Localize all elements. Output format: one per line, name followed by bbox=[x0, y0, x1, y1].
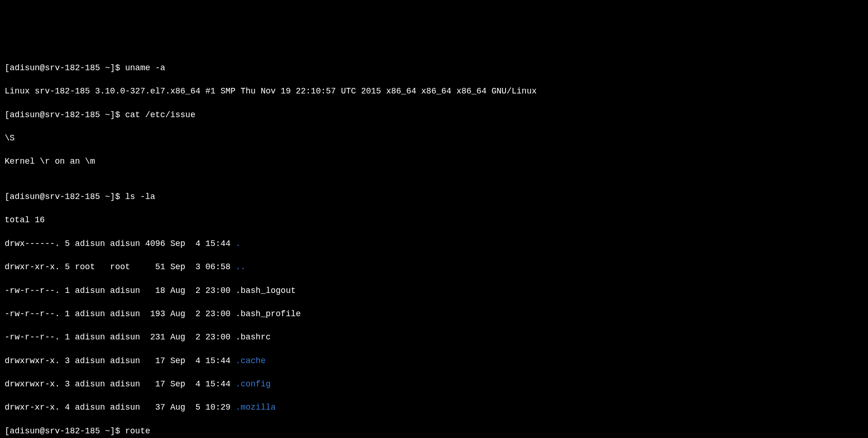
prompt-line-route: [adisun@srv-182-185 ~]$ route bbox=[5, 425, 863, 437]
ls-row-pre: drwxr-xr-x. 4 adisun adisun 37 Aug 5 10:… bbox=[5, 403, 236, 412]
ls-row-name: .bashrc bbox=[236, 332, 271, 342]
ls-row: drwx------. 5 adisun adisun 4096 Sep 4 1… bbox=[5, 238, 863, 250]
command-route: route bbox=[125, 426, 150, 436]
output-cat-issue-1: \S bbox=[5, 133, 863, 144]
prompt-line-cat-issue: [adisun@srv-182-185 ~]$ cat /etc/issue bbox=[5, 109, 863, 121]
ls-row: drwxr-xr-x. 4 adisun adisun 37 Aug 5 10:… bbox=[5, 402, 863, 413]
ls-row-pre: drwx------. 5 adisun adisun 4096 Sep 4 1… bbox=[5, 239, 236, 248]
output-cat-issue-2: Kernel \r on an \m bbox=[5, 156, 863, 167]
ls-row-pre: -rw-r--r--. 1 adisun adisun 231 Aug 2 23… bbox=[5, 332, 236, 342]
terminal[interactable]: [adisun@srv-182-185 ~]$ uname -a Linux s… bbox=[5, 51, 863, 438]
ls-row-pre: -rw-r--r--. 1 adisun adisun 18 Aug 2 23:… bbox=[5, 286, 236, 295]
ls-row-name: .config bbox=[236, 379, 271, 389]
ls-row-name: .. bbox=[236, 262, 246, 272]
ls-row: drwxr-xr-x. 5 root root 51 Sep 3 06:58 .… bbox=[5, 261, 863, 273]
command-ls-la: ls -la bbox=[125, 192, 155, 201]
ls-row-pre: -rw-r--r--. 1 adisun adisun 193 Aug 2 23… bbox=[5, 309, 236, 319]
ls-row-name: .mozilla bbox=[236, 403, 276, 412]
ls-row-pre: drwxr-xr-x. 5 root root 51 Sep 3 06:58 bbox=[5, 262, 236, 272]
ls-row: -rw-r--r--. 1 adisun adisun 231 Aug 2 23… bbox=[5, 332, 863, 343]
output-ls-total: total 16 bbox=[5, 214, 863, 226]
ls-row: -rw-r--r--. 1 adisun adisun 193 Aug 2 23… bbox=[5, 308, 863, 320]
ls-row-name: . bbox=[236, 239, 241, 248]
ls-row-name: .bash_logout bbox=[236, 286, 296, 295]
command-uname: uname -a bbox=[125, 63, 165, 73]
prompt-line-uname: [adisun@srv-182-185 ~]$ uname -a bbox=[5, 62, 863, 74]
ls-row-name: .cache bbox=[236, 356, 266, 365]
ls-row: -rw-r--r--. 1 adisun adisun 18 Aug 2 23:… bbox=[5, 285, 863, 297]
shell-prompt: [adisun@srv-182-185 ~]$ bbox=[5, 63, 125, 73]
ls-row-pre: drwxrwxr-x. 3 adisun adisun 17 Sep 4 15:… bbox=[5, 356, 236, 365]
ls-row: drwxrwxr-x. 3 adisun adisun 17 Sep 4 15:… bbox=[5, 378, 863, 390]
output-uname: Linux srv-182-185 3.10.0-327.el7.x86_64 … bbox=[5, 86, 863, 97]
ls-row-name: .bash_profile bbox=[236, 309, 301, 319]
shell-prompt: [adisun@srv-182-185 ~]$ bbox=[5, 192, 125, 201]
shell-prompt: [adisun@srv-182-185 ~]$ bbox=[5, 426, 125, 436]
ls-row-pre: drwxrwxr-x. 3 adisun adisun 17 Sep 4 15:… bbox=[5, 379, 236, 389]
command-cat-issue: cat /etc/issue bbox=[125, 110, 195, 119]
prompt-line-ls-la: [adisun@srv-182-185 ~]$ ls -la bbox=[5, 191, 863, 203]
ls-row: drwxrwxr-x. 3 adisun adisun 17 Sep 4 15:… bbox=[5, 355, 863, 367]
shell-prompt: [adisun@srv-182-185 ~]$ bbox=[5, 110, 125, 119]
